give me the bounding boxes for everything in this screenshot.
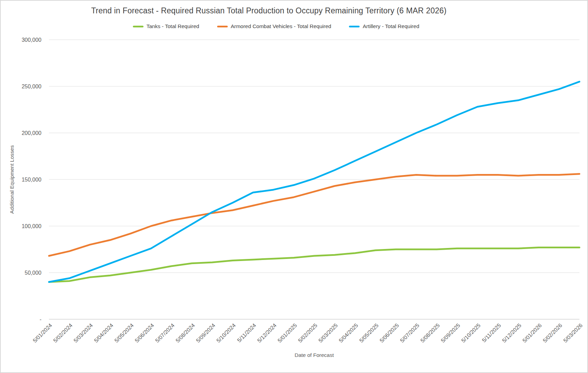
series-line-armored <box>49 174 579 256</box>
x-tick-label: 5/01/2026 <box>522 322 543 344</box>
x-tick-label: 5/03/2025 <box>317 322 339 344</box>
y-tick-label: 200,000 <box>22 130 41 136</box>
chart-canvas: Trend in Forecast - Required Russian Tot… <box>0 0 588 373</box>
series-line-artillery <box>49 82 579 282</box>
x-tick-label: 5/08/2025 <box>420 322 441 344</box>
x-axis-title: Date of Forecast <box>295 352 334 358</box>
x-tick-label: 5/03/2026 <box>562 322 584 344</box>
x-tick-label: 5/07/2024 <box>154 322 175 344</box>
x-tick-label: 5/10/2024 <box>215 322 237 344</box>
x-tick-label: 5/10/2025 <box>460 322 481 344</box>
x-tick-label: 5/06/2025 <box>379 322 400 344</box>
x-tick-label: 5/07/2025 <box>399 322 420 344</box>
y-tick-label: 150,000 <box>22 177 41 183</box>
x-tick-label: 5/11/2025 <box>481 322 502 344</box>
x-tick-label: 5/11/2024 <box>236 322 257 344</box>
x-tick-label: 5/02/2026 <box>542 322 563 344</box>
x-tick-label: 5/04/2024 <box>93 322 114 344</box>
line-chart: -50,000100,000150,000200,000250,000300,0… <box>1 1 588 373</box>
x-tick-label: 5/09/2024 <box>195 322 216 344</box>
x-tick-label: 5/05/2024 <box>113 322 135 344</box>
x-tick-label: 5/01/2024 <box>32 322 53 344</box>
series-line-tanks <box>49 248 579 282</box>
y-tick-label: 100,000 <box>22 223 41 229</box>
x-tick-label: 5/06/2024 <box>134 322 155 344</box>
x-tick-label: 5/12/2025 <box>501 322 522 344</box>
x-tick-label: 5/01/2025 <box>277 322 298 344</box>
x-tick-label: 5/02/2024 <box>52 322 73 344</box>
y-tick-label: 50,000 <box>25 270 41 276</box>
x-tick-label: 5/12/2024 <box>256 322 277 344</box>
x-tick-label: 5/09/2025 <box>440 322 461 344</box>
x-tick-label: 5/08/2024 <box>175 322 196 344</box>
y-axis-title: Additional Equipment Losses <box>9 145 15 214</box>
y-tick-label: 300,000 <box>22 37 41 43</box>
x-tick-label: 5/05/2025 <box>358 322 379 344</box>
y-tick-label: 250,000 <box>22 84 41 89</box>
x-tick-label: 5/02/2025 <box>297 322 318 344</box>
y-tick-label: - <box>40 316 41 322</box>
x-tick-label: 5/04/2025 <box>338 322 359 344</box>
x-tick-label: 5/03/2024 <box>73 322 94 344</box>
